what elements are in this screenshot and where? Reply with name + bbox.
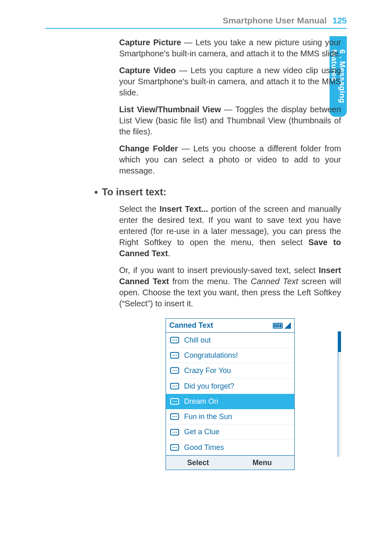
message-icon	[170, 367, 179, 374]
list-item[interactable]: Get a Clue	[166, 424, 294, 440]
section-heading-text: To insert text:	[102, 186, 166, 197]
option-term: Capture Video	[119, 66, 176, 75]
canned-text-list: Chill out Congratulations! Crazy For You…	[166, 333, 294, 455]
manual-title: Smartphone User Manual	[223, 16, 327, 25]
message-icon	[170, 383, 179, 389]
phone-screen-title: Canned Text	[169, 320, 213, 330]
list-item-label: Good Times	[184, 442, 224, 452]
message-icon	[170, 352, 179, 359]
message-icon	[170, 429, 179, 435]
list-item[interactable]: Did you forget?	[166, 379, 294, 394]
option-capture-video: Capture Video — Lets you capture a new v…	[119, 65, 341, 98]
list-item-label: Congratulations!	[184, 350, 238, 360]
phone-titlebar: Canned Text	[166, 319, 294, 332]
list-item[interactable]: Fun in the Sun	[166, 409, 294, 424]
message-icon	[170, 413, 179, 420]
signal-icon	[284, 322, 291, 329]
list-item-label: Chill out	[184, 335, 211, 345]
option-term: Change Folder	[119, 144, 178, 153]
phone-status-icons	[273, 322, 291, 329]
option-term: List View/Thumbnail View	[119, 105, 221, 114]
content-area: Capture Picture — Lets you take a new pi…	[119, 37, 341, 470]
scrollbar[interactable]	[338, 331, 341, 457]
message-icon	[170, 398, 179, 405]
list-item-label: Fun in the Sun	[184, 412, 232, 422]
phone-softkey-bar: Select Menu	[166, 455, 294, 470]
option-capture-picture: Capture Picture — Lets you take a new pi…	[119, 37, 341, 59]
insert-text-paragraph-1: Select the Insert Text... portion of the…	[119, 204, 341, 259]
section-heading: •To insert text:	[107, 185, 341, 199]
bullet-icon: •	[90, 185, 102, 199]
message-icon	[170, 337, 179, 343]
list-item-label: Get a Clue	[184, 427, 219, 437]
list-item-label: Dream On	[184, 396, 218, 406]
list-item[interactable]: Crazy For You	[166, 363, 294, 378]
list-item-selected[interactable]: Dream On	[166, 394, 294, 409]
insert-text-paragraph-2: Or, if you want to insert previously-sav…	[119, 265, 341, 309]
softkey-left[interactable]: Select	[166, 456, 230, 470]
battery-icon	[273, 323, 283, 329]
list-item[interactable]: Good Times	[166, 440, 294, 455]
message-icon	[170, 444, 179, 451]
page-number: 125	[332, 16, 347, 25]
page-header: Smartphone User Manual 125	[45, 16, 347, 29]
list-item-label: Crazy For You	[184, 366, 231, 375]
list-item-label: Did you forget?	[184, 381, 234, 391]
list-item[interactable]: Congratulations!	[166, 348, 294, 363]
scrollbar-thumb[interactable]	[338, 331, 341, 352]
option-change-folder: Change Folder — Lets you choose a differ…	[119, 143, 341, 176]
softkey-right[interactable]: Menu	[230, 456, 294, 470]
option-list-thumbnail: List View/Thumbnail View — Toggles the d…	[119, 104, 341, 137]
list-item[interactable]: Chill out	[166, 333, 294, 348]
phone-screenshot: Canned Text Chill out Congratulations!	[119, 318, 341, 470]
option-term: Capture Picture	[119, 38, 181, 47]
